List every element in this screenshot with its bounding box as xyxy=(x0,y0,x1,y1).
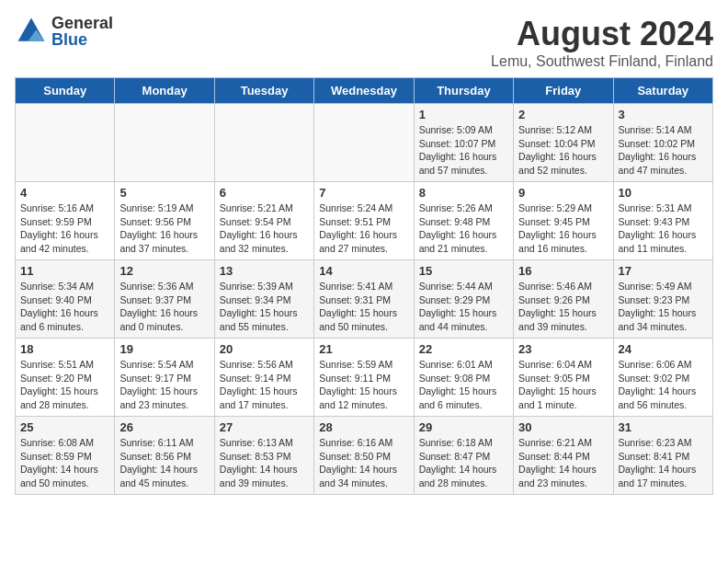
day-info: Sunrise: 6:23 AM Sunset: 8:41 PM Dayligh… xyxy=(619,436,708,490)
day-cell: 26Sunrise: 6:11 AM Sunset: 8:56 PM Dayli… xyxy=(115,417,214,495)
day-number: 21 xyxy=(319,342,408,356)
logo: General Blue xyxy=(15,15,113,48)
day-header-thursday: Thursday xyxy=(414,78,513,104)
day-cell: 18Sunrise: 5:51 AM Sunset: 9:20 PM Dayli… xyxy=(16,339,115,417)
day-number: 25 xyxy=(20,420,109,434)
day-number: 30 xyxy=(518,420,608,434)
day-info: Sunrise: 5:14 AM Sunset: 10:02 PM Daylig… xyxy=(619,123,708,178)
day-info: Sunrise: 6:08 AM Sunset: 8:59 PM Dayligh… xyxy=(20,436,109,490)
day-header-friday: Friday xyxy=(514,78,613,104)
day-number: 23 xyxy=(518,342,608,356)
calendar-table: SundayMondayTuesdayWednesdayThursdayFrid… xyxy=(15,77,713,495)
day-cell: 17Sunrise: 5:49 AM Sunset: 9:23 PM Dayli… xyxy=(613,260,712,339)
day-cell: 12Sunrise: 5:36 AM Sunset: 9:37 PM Dayli… xyxy=(115,260,214,339)
days-header-row: SundayMondayTuesdayWednesdayThursdayFrid… xyxy=(16,78,713,104)
day-cell: 30Sunrise: 6:21 AM Sunset: 8:44 PM Dayli… xyxy=(514,417,613,495)
day-number: 10 xyxy=(619,186,708,200)
day-cell: 31Sunrise: 6:23 AM Sunset: 8:41 PM Dayli… xyxy=(613,417,712,495)
day-number: 7 xyxy=(319,186,408,200)
day-number: 26 xyxy=(119,420,209,434)
title-area: August 2024 Lemu, Southwest Finland, Fin… xyxy=(491,15,713,70)
day-cell: 3Sunrise: 5:14 AM Sunset: 10:02 PM Dayli… xyxy=(613,104,712,182)
day-cell: 20Sunrise: 5:56 AM Sunset: 9:14 PM Dayli… xyxy=(214,339,313,417)
day-cell: 10Sunrise: 5:31 AM Sunset: 9:43 PM Dayli… xyxy=(613,182,712,260)
day-info: Sunrise: 6:01 AM Sunset: 9:08 PM Dayligh… xyxy=(419,358,508,412)
day-info: Sunrise: 5:19 AM Sunset: 9:56 PM Dayligh… xyxy=(119,201,209,256)
day-cell: 16Sunrise: 5:46 AM Sunset: 9:26 PM Dayli… xyxy=(514,260,613,339)
logo-blue: Blue xyxy=(51,31,113,48)
day-cell: 9Sunrise: 5:29 AM Sunset: 9:45 PM Daylig… xyxy=(514,182,613,260)
day-number: 4 xyxy=(20,186,109,200)
day-info: Sunrise: 6:18 AM Sunset: 8:47 PM Dayligh… xyxy=(419,436,508,490)
day-cell: 8Sunrise: 5:26 AM Sunset: 9:48 PM Daylig… xyxy=(414,182,513,260)
day-cell: 27Sunrise: 6:13 AM Sunset: 8:53 PM Dayli… xyxy=(214,417,313,495)
day-info: Sunrise: 5:54 AM Sunset: 9:17 PM Dayligh… xyxy=(119,358,209,412)
day-cell: 19Sunrise: 5:54 AM Sunset: 9:17 PM Dayli… xyxy=(115,339,214,417)
day-info: Sunrise: 5:59 AM Sunset: 9:11 PM Dayligh… xyxy=(319,358,408,412)
day-number: 22 xyxy=(419,342,508,356)
main-title: August 2024 xyxy=(491,15,713,53)
day-info: Sunrise: 5:26 AM Sunset: 9:48 PM Dayligh… xyxy=(419,201,508,256)
day-number: 11 xyxy=(20,264,109,278)
day-header-tuesday: Tuesday xyxy=(214,78,313,104)
day-number: 1 xyxy=(419,108,508,121)
week-row-3: 11Sunrise: 5:34 AM Sunset: 9:40 PM Dayli… xyxy=(16,260,713,339)
week-row-5: 25Sunrise: 6:08 AM Sunset: 8:59 PM Dayli… xyxy=(16,417,713,495)
day-cell: 5Sunrise: 5:19 AM Sunset: 9:56 PM Daylig… xyxy=(115,182,214,260)
day-info: Sunrise: 5:39 AM Sunset: 9:34 PM Dayligh… xyxy=(220,280,309,334)
day-header-monday: Monday xyxy=(115,78,214,104)
day-number: 31 xyxy=(619,420,708,434)
day-info: Sunrise: 5:24 AM Sunset: 9:51 PM Dayligh… xyxy=(319,201,408,256)
day-cell: 6Sunrise: 5:21 AM Sunset: 9:54 PM Daylig… xyxy=(214,182,313,260)
day-info: Sunrise: 5:44 AM Sunset: 9:29 PM Dayligh… xyxy=(419,280,508,334)
day-number: 9 xyxy=(518,186,608,200)
day-header-wednesday: Wednesday xyxy=(314,78,414,104)
day-cell xyxy=(214,104,313,182)
day-number: 28 xyxy=(319,420,408,434)
day-number: 3 xyxy=(619,108,708,121)
day-cell: 14Sunrise: 5:41 AM Sunset: 9:31 PM Dayli… xyxy=(314,260,414,339)
day-info: Sunrise: 5:46 AM Sunset: 9:26 PM Dayligh… xyxy=(518,280,608,334)
day-info: Sunrise: 5:56 AM Sunset: 9:14 PM Dayligh… xyxy=(220,358,309,412)
day-cell xyxy=(314,104,414,182)
day-cell: 7Sunrise: 5:24 AM Sunset: 9:51 PM Daylig… xyxy=(314,182,414,260)
day-info: Sunrise: 6:13 AM Sunset: 8:53 PM Dayligh… xyxy=(220,436,309,490)
day-number: 29 xyxy=(419,420,508,434)
day-info: Sunrise: 5:21 AM Sunset: 9:54 PM Dayligh… xyxy=(220,201,309,256)
page-header: General Blue August 2024 Lemu, Southwest… xyxy=(15,15,713,70)
day-info: Sunrise: 5:29 AM Sunset: 9:45 PM Dayligh… xyxy=(518,201,608,256)
day-info: Sunrise: 5:12 AM Sunset: 10:04 PM Daylig… xyxy=(518,123,608,178)
day-cell: 23Sunrise: 6:04 AM Sunset: 9:05 PM Dayli… xyxy=(514,339,613,417)
day-info: Sunrise: 6:21 AM Sunset: 8:44 PM Dayligh… xyxy=(518,436,608,490)
day-cell: 28Sunrise: 6:16 AM Sunset: 8:50 PM Dayli… xyxy=(314,417,414,495)
logo-general: General xyxy=(51,15,113,31)
day-info: Sunrise: 5:16 AM Sunset: 9:59 PM Dayligh… xyxy=(20,201,109,256)
day-number: 6 xyxy=(220,186,309,200)
day-info: Sunrise: 5:51 AM Sunset: 9:20 PM Dayligh… xyxy=(20,358,109,412)
day-cell: 25Sunrise: 6:08 AM Sunset: 8:59 PM Dayli… xyxy=(16,417,115,495)
day-cell: 1Sunrise: 5:09 AM Sunset: 10:07 PM Dayli… xyxy=(414,104,513,182)
day-cell: 24Sunrise: 6:06 AM Sunset: 9:02 PM Dayli… xyxy=(613,339,712,417)
day-info: Sunrise: 6:04 AM Sunset: 9:05 PM Dayligh… xyxy=(518,358,608,412)
day-number: 14 xyxy=(319,264,408,278)
logo-text: General Blue xyxy=(51,15,113,48)
day-info: Sunrise: 5:36 AM Sunset: 9:37 PM Dayligh… xyxy=(119,280,209,334)
day-number: 18 xyxy=(20,342,109,356)
day-number: 19 xyxy=(119,342,209,356)
day-info: Sunrise: 5:41 AM Sunset: 9:31 PM Dayligh… xyxy=(319,280,408,334)
day-number: 2 xyxy=(518,108,608,121)
day-cell: 22Sunrise: 6:01 AM Sunset: 9:08 PM Dayli… xyxy=(414,339,513,417)
day-number: 17 xyxy=(619,264,708,278)
day-cell xyxy=(115,104,214,182)
day-cell: 15Sunrise: 5:44 AM Sunset: 9:29 PM Dayli… xyxy=(414,260,513,339)
day-info: Sunrise: 6:11 AM Sunset: 8:56 PM Dayligh… xyxy=(119,436,209,490)
day-number: 15 xyxy=(419,264,508,278)
day-info: Sunrise: 5:31 AM Sunset: 9:43 PM Dayligh… xyxy=(619,201,708,256)
day-number: 20 xyxy=(220,342,309,356)
day-info: Sunrise: 5:34 AM Sunset: 9:40 PM Dayligh… xyxy=(20,280,109,334)
day-header-sunday: Sunday xyxy=(16,78,115,104)
day-info: Sunrise: 5:49 AM Sunset: 9:23 PM Dayligh… xyxy=(619,280,708,334)
day-cell: 11Sunrise: 5:34 AM Sunset: 9:40 PM Dayli… xyxy=(16,260,115,339)
day-cell: 2Sunrise: 5:12 AM Sunset: 10:04 PM Dayli… xyxy=(514,104,613,182)
day-info: Sunrise: 5:09 AM Sunset: 10:07 PM Daylig… xyxy=(419,123,508,178)
